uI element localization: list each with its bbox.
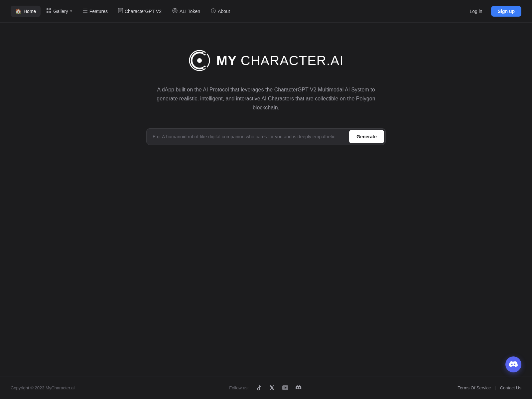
nav-item-gallery[interactable]: Gallery ▾: [42, 6, 76, 17]
generate-button[interactable]: Generate: [349, 130, 384, 143]
logo-icon: [188, 49, 211, 72]
nav-item-charactergpt-label: CharacterGPT V2: [125, 9, 162, 14]
nav-item-gallery-label: Gallery: [53, 9, 68, 14]
login-button[interactable]: Log in: [465, 6, 487, 17]
logo-text: MY CHARACTER.AI: [216, 53, 343, 68]
discord-fab-button[interactable]: [505, 356, 521, 372]
svg-rect-1: [50, 8, 52, 10]
footer-social: Follow us:: [229, 383, 303, 392]
nav-item-features-label: Features: [89, 9, 108, 14]
nav-right: Log in Sign up: [465, 6, 521, 17]
nav-item-ali-token-label: ALI Token: [180, 9, 200, 14]
chevron-down-icon: ▾: [70, 9, 72, 13]
contact-us-link[interactable]: Contact Us: [500, 385, 521, 390]
nav-left: 🏠 Home Gallery ▾: [11, 5, 235, 17]
footer-divider: |: [495, 385, 496, 390]
follow-label: Follow us:: [229, 385, 249, 390]
features-icon: [83, 8, 87, 14]
info-icon: i: [211, 8, 216, 14]
svg-rect-0: [47, 8, 49, 10]
svg-text:i: i: [213, 9, 214, 13]
svg-rect-2: [47, 11, 49, 13]
main-content: MY CHARACTER.AI A dApp built on the AI P…: [0, 23, 532, 376]
twitter-icon[interactable]: [267, 383, 277, 392]
nav-item-about-label: About: [218, 9, 230, 14]
discord-footer-icon[interactable]: [294, 383, 303, 392]
nav-item-features[interactable]: Features: [78, 6, 112, 17]
logo-text-part1: MY: [216, 53, 236, 68]
footer-links: Terms Of Service | Contact Us: [458, 385, 521, 390]
nav-item-ali-token[interactable]: ALI Token: [168, 5, 205, 17]
youtube-icon[interactable]: [281, 383, 290, 392]
generate-input-bar: Generate: [146, 128, 386, 145]
nav-item-about[interactable]: i About: [206, 6, 235, 17]
terms-of-service-link[interactable]: Terms Of Service: [458, 385, 491, 390]
nav-item-home[interactable]: 🏠 Home: [11, 6, 41, 17]
charactergpt-icon: [118, 8, 123, 14]
svg-point-16: [197, 58, 202, 63]
signup-button[interactable]: Sign up: [491, 6, 521, 17]
svg-rect-3: [50, 11, 52, 13]
logo-text-part2: CHARACTER.AI: [241, 53, 344, 68]
gallery-icon: [47, 8, 51, 14]
home-icon: 🏠: [15, 8, 22, 14]
footer: Copyright © 2023 MyCharacter.ai Follow u…: [0, 376, 532, 399]
tagline: A dApp built on the AI Protocol that lev…: [146, 85, 386, 112]
nav-item-charactergpt[interactable]: CharacterGPT V2: [114, 6, 166, 17]
character-description-input[interactable]: [147, 129, 348, 145]
logo-container: MY CHARACTER.AI: [188, 49, 343, 72]
tiktok-icon[interactable]: [254, 383, 263, 392]
ali-token-icon: [172, 8, 178, 14]
nav-item-home-label: Home: [24, 9, 36, 14]
navbar: 🏠 Home Gallery ▾: [0, 0, 532, 23]
footer-copyright: Copyright © 2023 MyCharacter.ai: [11, 385, 74, 390]
